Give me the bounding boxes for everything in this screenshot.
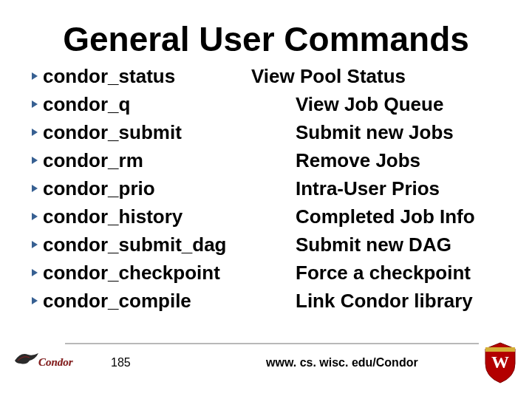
slide-title: General User Commands bbox=[0, 19, 532, 59]
condor-logo: Condor bbox=[13, 349, 77, 378]
page-number: 185 bbox=[111, 356, 131, 369]
command-name: condor_prio bbox=[43, 177, 155, 200]
list-item: condor_statusView Pool Status bbox=[30, 62, 502, 90]
chevron-right-icon bbox=[30, 267, 43, 278]
chevron-right-icon bbox=[30, 127, 43, 137]
command-name: condor_status bbox=[43, 65, 175, 88]
list-item: condor_compileLink Condor library bbox=[30, 287, 502, 315]
svg-rect-1 bbox=[485, 347, 515, 352]
list-item: condor_submit_dagSubmit new DAG bbox=[30, 231, 502, 259]
command-name: condor_rm bbox=[43, 149, 143, 172]
chevron-right-icon bbox=[30, 71, 43, 81]
condor-logo-text: Condor bbox=[38, 356, 73, 369]
command-name: condor_submit_dag bbox=[43, 233, 226, 256]
command-name: condor_q bbox=[43, 93, 130, 116]
command-description: Intra-User Prios bbox=[296, 177, 440, 200]
wisconsin-crest-icon: W bbox=[482, 341, 519, 384]
command-description: Submit new DAG bbox=[296, 233, 451, 256]
command-description: Link Condor library bbox=[296, 290, 473, 313]
svg-text:W: W bbox=[491, 352, 509, 372]
command-list: condor_statusView Pool Statuscondor_qVie… bbox=[30, 62, 502, 315]
command-name: condor_checkpoint bbox=[43, 262, 220, 284]
command-name: condor_submit bbox=[43, 121, 182, 144]
list-item: condor_prioIntra-User Prios bbox=[30, 174, 502, 202]
list-item: condor_qView Job Queue bbox=[30, 90, 502, 118]
chevron-right-icon bbox=[30, 239, 43, 250]
footer-url: www. cs. wisc. edu/Condor bbox=[266, 356, 418, 369]
command-name: condor_compile bbox=[43, 290, 191, 313]
chevron-right-icon bbox=[30, 99, 43, 109]
list-item: condor_checkpointForce a checkpoint bbox=[30, 259, 502, 287]
command-description: Force a checkpoint bbox=[296, 262, 471, 284]
divider bbox=[65, 343, 479, 344]
command-description: Completed Job Info bbox=[296, 205, 475, 228]
command-description: Remove Jobs bbox=[296, 149, 420, 172]
chevron-right-icon bbox=[30, 183, 43, 194]
command-description: Submit new Jobs bbox=[296, 121, 454, 144]
slide: General User Commands condor_statusView … bbox=[0, 0, 532, 399]
list-item: condor_rmRemove Jobs bbox=[30, 146, 502, 174]
chevron-right-icon bbox=[30, 155, 43, 166]
chevron-right-icon bbox=[30, 296, 43, 306]
command-description: View Job Queue bbox=[296, 93, 443, 116]
command-name: condor_history bbox=[43, 205, 183, 228]
chevron-right-icon bbox=[30, 211, 43, 222]
list-item: condor_submitSubmit new Jobs bbox=[30, 118, 502, 146]
command-description: View Pool Status bbox=[251, 65, 406, 88]
list-item: condor_historyCompleted Job Info bbox=[30, 202, 502, 231]
bird-icon bbox=[13, 350, 40, 368]
